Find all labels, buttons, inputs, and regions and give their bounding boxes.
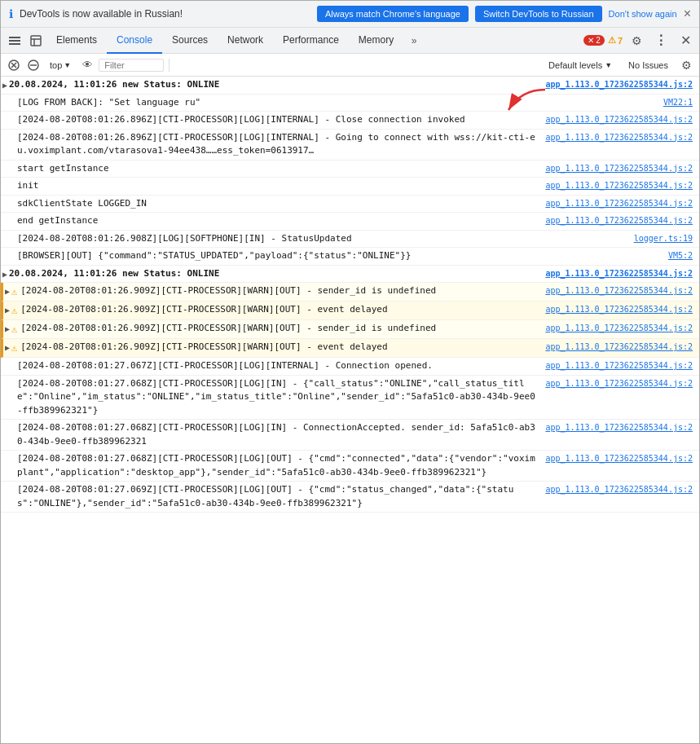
log-source[interactable]: app_1.113.0_1723622585344.js:2: [545, 78, 693, 90]
log-source[interactable]: VM22:1: [663, 96, 693, 108]
tab-network[interactable]: Network: [218, 28, 273, 54]
log-entry: ▶20.08.2024, 11:01:26 new Status: ONLINE…: [1, 77, 699, 95]
log-entry: sdkClientState LOGGED_INapp_1.113.0_1723…: [1, 196, 699, 214]
log-entry: [2024-08-20T08:01:27.068Z][CTI-PROCESSOR…: [1, 376, 699, 420]
more-tabs-icon[interactable]: »: [404, 31, 424, 51]
log-text: [2024-08-20T08:01:26.896Z][CTI-PROCESSOR…: [17, 131, 539, 158]
warning-icon: ⚠: [11, 341, 17, 355]
log-source[interactable]: app_1.113.0_1723622585344.js:2: [545, 359, 693, 372]
log-text: [2024-08-20T08:01:26.909Z][CTI-PROCESSOR…: [20, 322, 539, 336]
separator: [169, 59, 169, 72]
log-text: [2024-08-20T08:01:26.909Z][CTI-PROCESSOR…: [20, 284, 539, 298]
devtools-menu-icon[interactable]: [5, 31, 24, 51]
inspect-icon[interactable]: [26, 31, 46, 51]
log-source[interactable]: logger.ts:19: [634, 232, 693, 244]
log-source[interactable]: app_1.113.0_1723622585344.js:2: [545, 267, 693, 280]
log-source[interactable]: app_1.113.0_1723622585344.js:2: [545, 303, 693, 315]
log-entry: ▶20.08.2024, 11:01:26 new Status: ONLINE…: [1, 266, 699, 284]
log-source[interactable]: app_1.113.0_1723622585344.js:2: [545, 162, 693, 174]
console-settings-icon[interactable]: ⚙: [678, 57, 694, 73]
log-text: [2024-08-20T08:01:26.908Z][LOG][SOFTPHON…: [17, 232, 627, 246]
customize-menu-icon[interactable]: ⋮: [651, 31, 671, 51]
log-entry: [2024-08-20T08:01:26.896Z][CTI-PROCESSOR…: [1, 130, 699, 161]
log-text: [BROWSER][OUT] {"command":"STATUS_UPDATE…: [17, 249, 662, 263]
console-toolbar: top ▼ 👁 Default levels ▼ No Issues ⚙: [1, 54, 699, 77]
banner-text: DevTools is now available in Russian!: [20, 8, 310, 20]
clear-console-icon[interactable]: [6, 57, 22, 73]
error-badge: ✕ 2: [583, 35, 605, 46]
context-selector[interactable]: top ▼: [45, 59, 76, 72]
log-text: end getInstance: [17, 214, 539, 228]
warning-icon: ⚠: [11, 303, 17, 318]
log-entry: [2024-08-20T08:01:27.068Z][CTI-PROCESSOR…: [1, 451, 699, 482]
tabs-bar: Elements Console Sources Network Perform…: [1, 28, 699, 54]
switch-language-button[interactable]: Switch DevTools to Russian: [475, 6, 602, 22]
log-text: [LOG FROM BACK]: "Set language ru": [17, 96, 657, 110]
log-text: [2024-08-20T08:01:26.909Z][CTI-PROCESSOR…: [20, 341, 539, 354]
log-text: start getInstance: [17, 162, 539, 176]
filter-input[interactable]: [99, 59, 164, 72]
console-output: ▶20.08.2024, 11:01:26 new Status: ONLINE…: [1, 77, 699, 715]
log-entry: [2024-08-20T08:01:27.068Z][CTI-PROCESSOR…: [1, 420, 699, 451]
log-entry: [2024-08-20T08:01:26.896Z][CTI-PROCESSOR…: [1, 112, 699, 130]
warning-icon: ⚠: [11, 322, 17, 337]
log-text: [2024-08-20T08:01:27.068Z][CTI-PROCESSOR…: [17, 452, 539, 479]
log-source[interactable]: app_1.113.0_1723622585344.js:2: [545, 214, 693, 227]
log-text: init: [17, 179, 539, 193]
log-source[interactable]: app_1.113.0_1723622585344.js:2: [545, 284, 693, 297]
log-entry: [2024-08-20T08:01:27.067Z][CTI-PROCESSOR…: [1, 358, 699, 376]
log-entry: [BROWSER][OUT] {"command":"STATUS_UPDATE…: [1, 248, 699, 266]
expand-arrow[interactable]: ▶: [5, 341, 10, 354]
log-source[interactable]: VM5:2: [668, 249, 693, 262]
expand-arrow[interactable]: ▶: [2, 268, 7, 280]
log-source[interactable]: app_1.113.0_1723622585344.js:2: [545, 421, 693, 434]
log-text: 20.08.2024, 11:01:26 new Status: ONLINE: [9, 78, 539, 92]
tab-performance[interactable]: Performance: [273, 28, 349, 54]
log-text: [2024-08-20T08:01:26.896Z][CTI-PROCESSOR…: [17, 113, 539, 127]
log-source[interactable]: app_1.113.0_1723622585344.js:2: [545, 197, 693, 209]
log-text: 20.08.2024, 11:01:26 new Status: ONLINE: [9, 267, 539, 281]
no-issues-button[interactable]: No Issues: [622, 59, 675, 72]
warning-badge: ⚠ 7: [608, 35, 623, 46]
log-text: [2024-08-20T08:01:27.069Z][CTI-PROCESSOR…: [17, 483, 539, 510]
settings-icon[interactable]: ⚙: [627, 31, 646, 51]
warning-icon: ⚠: [11, 284, 17, 299]
log-text: [2024-08-20T08:01:27.067Z][CTI-PROCESSOR…: [17, 359, 539, 373]
log-entry: ▶⚠[2024-08-20T08:01:26.909Z][CTI-PROCESS…: [1, 283, 699, 302]
log-text: [2024-08-20T08:01:27.068Z][CTI-PROCESSOR…: [17, 377, 539, 418]
log-source[interactable]: app_1.113.0_1723622585344.js:2: [545, 377, 693, 390]
log-source[interactable]: app_1.113.0_1723622585344.js:2: [545, 341, 693, 353]
log-entry: end getInstanceapp_1.113.0_1723622585344…: [1, 213, 699, 231]
expand-arrow[interactable]: ▶: [5, 323, 10, 335]
log-source[interactable]: app_1.113.0_1723622585344.js:2: [545, 113, 693, 125]
tab-sources[interactable]: Sources: [162, 28, 218, 54]
log-entry: start getInstanceapp_1.113.0_17236225853…: [1, 161, 699, 178]
tab-console[interactable]: Console: [107, 28, 162, 54]
expand-arrow[interactable]: ▶: [5, 285, 10, 297]
stop-icon[interactable]: [25, 57, 42, 73]
tab-elements[interactable]: Elements: [46, 28, 107, 54]
tab-memory[interactable]: Memory: [349, 28, 403, 54]
dont-show-again-button[interactable]: Don't show again: [609, 9, 677, 19]
close-devtools-icon[interactable]: ✕: [676, 31, 695, 51]
log-text: [2024-08-20T08:01:26.909Z][CTI-PROCESSOR…: [20, 303, 539, 317]
eye-icon[interactable]: 👁: [79, 57, 95, 73]
log-source[interactable]: app_1.113.0_1723622585344.js:2: [545, 322, 693, 334]
match-language-button[interactable]: Always match Chrome's language: [317, 6, 469, 22]
expand-arrow[interactable]: ▶: [2, 79, 7, 91]
log-entry: ▶⚠[2024-08-20T08:01:26.909Z][CTI-PROCESS…: [1, 320, 699, 339]
log-entry: [2024-08-20T08:01:27.069Z][CTI-PROCESSOR…: [1, 482, 699, 513]
log-source[interactable]: app_1.113.0_1723622585344.js:2: [545, 483, 693, 495]
info-icon: ℹ: [9, 7, 13, 20]
log-source[interactable]: app_1.113.0_1723622585344.js:2: [545, 452, 693, 464]
svg-rect-3: [31, 36, 41, 46]
log-source[interactable]: app_1.113.0_1723622585344.js:2: [545, 131, 693, 143]
expand-arrow[interactable]: ▶: [5, 304, 10, 316]
log-entry: initapp_1.113.0_1723622585344.js:2: [1, 178, 699, 196]
default-levels-button[interactable]: Default levels ▼: [542, 59, 619, 72]
banner-close-button[interactable]: ×: [684, 7, 691, 20]
log-entry: ▶⚠[2024-08-20T08:01:26.909Z][CTI-PROCESS…: [1, 302, 699, 320]
svg-rect-0: [9, 37, 20, 38]
log-source[interactable]: app_1.113.0_1723622585344.js:2: [545, 179, 693, 192]
svg-rect-1: [9, 40, 20, 42]
